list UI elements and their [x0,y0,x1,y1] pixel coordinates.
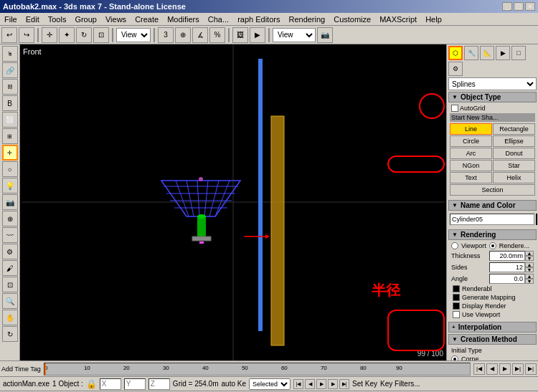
autogrid-checkbox[interactable] [451,105,458,112]
use-viewport-checkbox[interactable] [453,311,460,318]
systems-tool[interactable]: ⚙ [2,244,18,259]
select-region[interactable]: ⊞ [2,128,18,144]
angle-up[interactable]: ▲ [525,274,534,279]
object-name-input[interactable] [450,214,534,225]
frame-next-btn[interactable]: ▶ [328,379,338,389]
interpolation-header[interactable]: + Interpolation [448,322,537,333]
menu-rendering[interactable]: Rendering [285,15,328,24]
undo-button[interactable]: ↩ [1,27,17,43]
snap-toggle[interactable]: 3 [158,27,174,43]
frame-end-btn[interactable]: ▶| [339,379,349,389]
menu-character[interactable]: Cha... [205,15,232,24]
rotate-button[interactable]: ↻ [76,27,92,43]
menu-views[interactable]: Views [103,15,129,24]
generate-mapping-checkbox[interactable] [453,294,460,301]
menu-create[interactable]: Create [132,15,161,24]
zoom-extents[interactable]: ⊡ [2,277,18,292]
frame-start-btn[interactable]: |◀ [293,379,303,389]
quick-render[interactable]: ▶ [250,27,265,43]
sides-input[interactable] [489,262,525,272]
scale-button[interactable]: ⊡ [93,27,109,43]
thickness-up[interactable]: ▲ [525,251,534,256]
frame-play-btn[interactable]: ▶ [316,379,326,389]
menu-modifiers[interactable]: Modifiers [164,15,202,24]
rectangle-button[interactable]: Rectangle [493,123,535,135]
unlink-tool[interactable]: ⛓ [2,79,18,95]
renderable-checkbox[interactable] [453,285,460,292]
utilities-panel-btn[interactable]: ⚙ [448,62,463,76]
menu-file[interactable]: File [1,15,20,24]
frame-prev-btn[interactable]: ◀ [305,379,315,389]
ngon-button[interactable]: NGon [450,160,492,171]
helix-button[interactable]: Helix [493,172,535,183]
creation-method-header[interactable]: ▼ Creation Method [448,334,537,345]
helpers-tool[interactable]: ⊕ [2,211,18,226]
shape-tool[interactable]: ○ [2,161,18,177]
redo-button[interactable]: ↪ [19,27,34,43]
donut-button[interactable]: Donut [493,148,535,159]
goto-end-btn[interactable]: ▶| [525,363,537,375]
snap-button[interactable]: ⊕ [175,27,191,43]
view-select-2[interactable]: View [273,28,316,42]
menu-group[interactable]: Group [72,15,100,24]
lights-tool[interactable]: 💡 [2,178,18,193]
menu-graph-editors[interactable]: raph Editors [235,15,283,24]
section-button[interactable]: Section [450,184,535,196]
display-panel-btn[interactable]: □ [511,46,526,60]
z-input[interactable] [148,378,170,390]
create-geometry-tool[interactable]: ✛ [2,145,18,161]
paint-tool[interactable]: 🖌 [2,260,18,276]
zoom-all[interactable]: 🔍 [2,293,18,309]
menu-maxscript[interactable]: MAXScript [377,15,420,24]
pan-tool[interactable]: ✋ [2,310,18,325]
select-tool[interactable]: ⬜ [2,112,18,128]
star-button[interactable]: Star [493,160,535,171]
create-panel-btn[interactable]: ⬡ [448,46,463,60]
spacewarps-tool[interactable]: 〰 [2,227,18,243]
name-color-header[interactable]: ▼ Name and Color [448,200,537,211]
bind-tool[interactable]: B [2,95,18,111]
angle-snap[interactable]: ∡ [192,27,208,43]
link-tool[interactable]: 🔗 [2,62,18,78]
angle-down[interactable]: ▼ [525,279,534,284]
circle-button[interactable]: Circle [450,135,492,147]
color-swatch[interactable] [536,214,537,225]
view-select-1[interactable]: View [116,28,151,42]
rendering-header[interactable]: ▼ Rendering [448,229,537,240]
modify-panel-btn[interactable]: 🔧 [464,46,478,60]
next-frame-btn[interactable]: ▶| [512,363,524,375]
ellipse-button[interactable]: Ellipse [493,135,535,147]
sides-down[interactable]: ▼ [525,267,534,272]
render-scene[interactable]: 🖼 [232,27,248,43]
add-time-tag[interactable]: Add Time Tag [1,365,41,373]
hierarchy-panel-btn[interactable]: 📐 [480,46,494,60]
maximize-button[interactable]: □ [514,2,524,11]
renderer-radio[interactable] [489,242,496,249]
menu-customize[interactable]: Customize [331,15,374,24]
thickness-input[interactable] [489,251,525,261]
menu-help[interactable]: Help [423,15,445,24]
motion-panel-btn[interactable]: ▶ [496,46,510,60]
thickness-down[interactable]: ▼ [525,256,534,261]
category-select[interactable]: Splines [448,77,537,90]
arc-button[interactable]: Arc [450,148,492,159]
corner-radio[interactable] [451,355,458,360]
arc-rotate[interactable]: ↻ [2,326,18,342]
text-button[interactable]: Text [450,172,492,183]
timeline-ruler[interactable]: 0 10 20 30 40 50 60 70 80 90 [44,363,471,376]
select-button[interactable]: ✛ [42,27,57,43]
cameras-tool[interactable]: 📷 [2,194,18,210]
prev-frame-btn[interactable]: ◀ [486,363,498,375]
menu-tools[interactable]: Tools [45,15,70,24]
play-btn[interactable]: ▶ [499,363,511,375]
window-controls[interactable]: _ □ × [502,2,535,11]
x-input[interactable] [100,378,121,390]
goto-start-btn[interactable]: |◀ [473,363,485,375]
line-button[interactable]: Line [450,123,492,135]
y-input[interactable] [124,378,146,390]
selection-filter[interactable]: 🖱 [2,46,18,62]
close-button[interactable]: × [525,2,535,11]
object-type-header[interactable]: ▼ Object Type [448,92,537,102]
angle-input[interactable] [489,274,525,284]
sides-up[interactable]: ▲ [525,262,534,267]
